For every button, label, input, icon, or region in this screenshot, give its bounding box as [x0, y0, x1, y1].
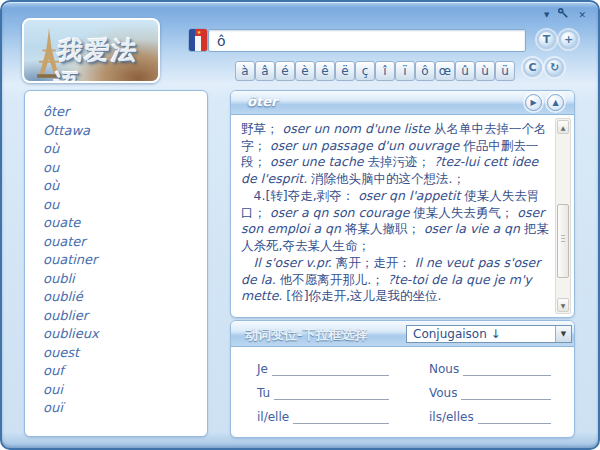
pronoun-label: Nous: [429, 362, 459, 376]
conjugation-blank: [463, 362, 551, 376]
word-item[interactable]: ouate: [43, 214, 207, 233]
word-item[interactable]: ôter: [43, 103, 207, 122]
accent-key[interactable]: è: [295, 61, 315, 81]
scroll-up-button[interactable]: ▲: [557, 120, 569, 134]
word-item[interactable]: où: [43, 140, 207, 159]
scroll-down-button[interactable]: ▼: [557, 298, 569, 312]
accent-key[interactable]: à: [235, 61, 255, 81]
definition-body: 野草； oser un nom d'une liste 从名单中去掉一个名字； …: [232, 116, 573, 316]
minimize-icon[interactable]: ▼: [544, 10, 549, 20]
accent-key[interactable]: ê: [315, 61, 335, 81]
conjugation-header: 动词变位-下拉框选择 Conjugaison ↓ ▼: [231, 321, 574, 347]
accent-key[interactable]: ü: [495, 61, 515, 81]
definition-text: 野草； oser un nom d'une liste 从名单中去掉一个名字； …: [241, 121, 551, 306]
conjugation-blank: [478, 410, 551, 424]
accent-key[interactable]: œ: [435, 61, 455, 81]
definition-panel: ôter ▶ ▲ 野草； oser un nom d'une liste 从名单…: [230, 90, 575, 318]
conjugation-title: 动词变位-下拉框选择: [245, 326, 367, 344]
word-item[interactable]: ouest: [43, 344, 207, 363]
app-root: ▼ ✕ 我爱法语 ★: [0, 0, 600, 450]
word-item[interactable]: oublier: [43, 307, 207, 326]
accent-key[interactable]: ï: [395, 61, 415, 81]
word-item[interactable]: ouater: [43, 233, 207, 252]
conjugation-cell: Tu: [257, 386, 389, 400]
word-item[interactable]: ou: [43, 196, 207, 215]
refresh-button[interactable]: ↻: [545, 58, 564, 77]
conjugation-cell: Je: [257, 362, 389, 376]
pronoun-label: Tu: [257, 386, 270, 400]
word-item[interactable]: où: [43, 177, 207, 196]
pronoun-label: il/elle: [257, 410, 289, 424]
conjugation-blank: [461, 386, 551, 400]
search-input[interactable]: [208, 29, 526, 52]
close-icon[interactable]: ✕: [578, 10, 586, 20]
pronoun-label: Vous: [429, 386, 457, 400]
word-list-panel: ôter Ottawa où ou où ou ouate ouater oua…: [24, 90, 208, 437]
play-pronunciation-button[interactable]: ▶: [525, 94, 542, 111]
accent-key[interactable]: î: [375, 61, 395, 81]
conjugation-row: Tu Vous: [257, 386, 573, 410]
accent-key[interactable]: ë: [335, 61, 355, 81]
definition-header: ôter ▶ ▲: [231, 91, 574, 115]
definition-paragraph: 野草； oser un nom d'une liste 从名单中去掉一个名字； …: [241, 121, 551, 187]
flag-star: ★: [195, 29, 203, 36]
conjugation-cell: il/elle: [257, 410, 389, 424]
word-item[interactable]: oublié: [43, 288, 207, 307]
conjugation-cell: Vous: [429, 386, 551, 400]
word-item[interactable]: Ottawa: [43, 122, 207, 141]
accent-key[interactable]: û: [455, 61, 475, 81]
conjugation-table: Je Nous Tu Vous: [232, 348, 573, 436]
collapse-panel-button[interactable]: ▲: [547, 94, 564, 111]
add-button[interactable]: +: [559, 30, 578, 49]
conjugation-blank: [293, 410, 389, 424]
dropdown-value: Conjugaison ↓: [407, 327, 555, 341]
window-controls: ▼ ✕: [544, 8, 586, 21]
clear-button[interactable]: C: [523, 58, 542, 77]
word-item[interactable]: ou: [43, 159, 207, 178]
pronoun-label: Je: [257, 362, 268, 376]
conjugaison-dropdown[interactable]: Conjugaison ↓ ▼: [406, 325, 572, 343]
scrollbar-thumb[interactable]: [557, 204, 569, 278]
conjugation-row: il/elle ils/elles: [257, 410, 573, 434]
word-item[interactable]: ouatiner: [43, 251, 207, 270]
conjugation-cell: Nous: [429, 362, 551, 376]
conjugation-blank: [272, 362, 389, 376]
app-logo: 我爱法语: [22, 18, 160, 83]
app-window: ▼ ✕ 我爱法语 ★: [0, 0, 600, 450]
accent-keyboard: à â é è ê ë ç î ï ô œ û ù ü: [235, 61, 515, 81]
accent-key[interactable]: ç: [355, 61, 375, 81]
conjugation-panel: 动词变位-下拉框选择 Conjugaison ↓ ▼ Je Nous: [230, 320, 575, 438]
definition-paragraph: Il s'oser v.pr. 离开；走开： Il ne veut pas s'…: [241, 255, 551, 305]
word-item[interactable]: ouf: [43, 362, 207, 381]
accent-key[interactable]: ô: [415, 61, 435, 81]
definition-paragraph: 4.[转]夺走,剥夺： oser qn l'appetit 使某人失去胃口； o…: [241, 188, 551, 254]
word-item[interactable]: ouï: [43, 399, 207, 418]
pronoun-label: ils/elles: [429, 410, 474, 424]
definition-scrollbar[interactable]: ▲ ▼: [555, 118, 571, 314]
definition-title: ôter: [247, 94, 277, 109]
word-item[interactable]: oubli: [43, 270, 207, 289]
conjugation-blank: [274, 386, 389, 400]
conjugation-cell: ils/elles: [429, 410, 551, 424]
app-title: 我爱法语: [53, 34, 160, 83]
settings-wrench-icon[interactable]: [558, 8, 569, 21]
accent-key[interactable]: â: [255, 61, 275, 81]
french-flag-icon: ★: [188, 28, 208, 52]
accent-key[interactable]: ù: [475, 61, 495, 81]
translate-button[interactable]: T: [537, 30, 556, 49]
word-item[interactable]: oui: [43, 381, 207, 400]
chevron-down-icon[interactable]: ▼: [555, 326, 571, 342]
accent-key[interactable]: é: [275, 61, 295, 81]
word-item[interactable]: oublieux: [43, 325, 207, 344]
conjugation-row: Je Nous: [257, 362, 573, 386]
